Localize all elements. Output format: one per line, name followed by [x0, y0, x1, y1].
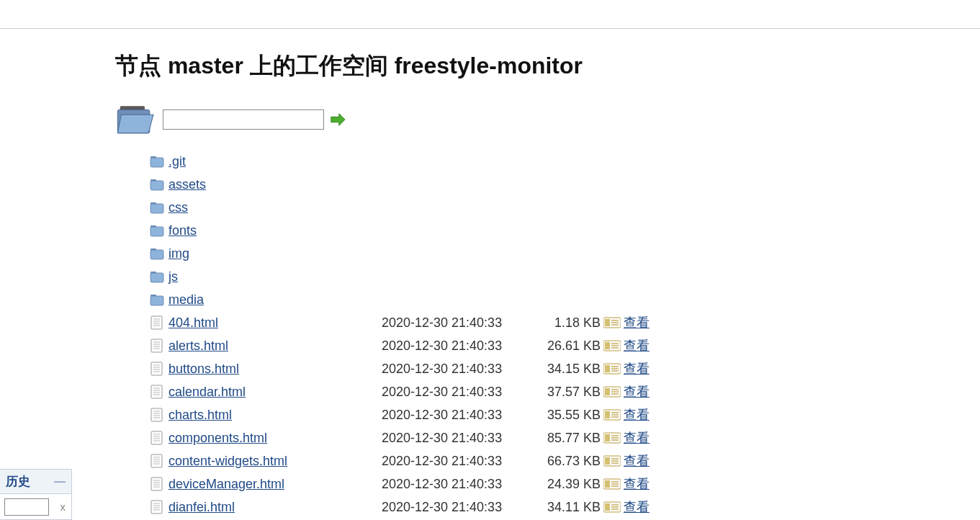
file-icon — [150, 454, 164, 468]
file-link[interactable]: buttons.html — [168, 362, 239, 376]
view-link[interactable]: 查看 — [624, 429, 649, 447]
view-link[interactable]: 查看 — [624, 337, 649, 354]
file-size: 34.11 KB — [526, 500, 602, 515]
folder-link[interactable]: js — [168, 269, 178, 284]
build-history-link[interactable]: 历史 — [6, 473, 30, 490]
file-row: buttons.html2020-12-30 21:40:3334.15 KB查… — [150, 357, 980, 380]
file-row: deviceManager.html2020-12-30 21:40:3324.… — [150, 472, 980, 496]
folder-icon — [150, 246, 164, 261]
file-size: 1.18 KB — [526, 315, 602, 331]
folder-icon — [150, 177, 164, 192]
folder-icon — [150, 154, 164, 169]
build-history-widget: 历史 — x — [0, 469, 72, 520]
page-title: 节点 master 上的工作空间 freestyle-monitor — [115, 50, 980, 82]
file-link[interactable]: 404.html — [168, 315, 218, 330]
view-link[interactable]: 查看 — [624, 406, 649, 423]
build-history-search[interactable] — [4, 498, 49, 516]
main-content: 节点 master 上的工作空间 freestyle-monitor .gita… — [0, 29, 980, 519]
file-icon — [150, 385, 164, 399]
folder-row: css — [150, 196, 980, 219]
folder-link[interactable]: .git — [168, 154, 186, 169]
file-size: 66.73 KB — [526, 454, 602, 469]
build-history-body: x — [0, 494, 72, 520]
file-row: content-widgets.html2020-12-30 21:40:336… — [150, 449, 980, 472]
file-date: 2020-12-30 21:40:33 — [382, 385, 526, 400]
folder-open-icon — [115, 102, 157, 137]
file-date: 2020-12-30 21:40:33 — [382, 362, 526, 377]
file-date: 2020-12-30 21:40:33 — [382, 431, 526, 446]
view-link[interactable]: 查看 — [624, 314, 649, 331]
folder-link[interactable]: fonts — [168, 223, 197, 238]
folder-row: media — [150, 288, 980, 311]
folder-icon — [150, 269, 164, 284]
view-link[interactable]: 查看 — [624, 498, 649, 516]
file-link[interactable]: alerts.html — [168, 339, 228, 353]
file-icon — [150, 362, 164, 376]
file-row: calendar.html2020-12-30 21:40:3337.57 KB… — [150, 380, 980, 403]
file-listing: .gitassetscssfontsimgjsmedia404.html2020… — [150, 150, 980, 519]
folder-row: img — [150, 242, 980, 265]
view-fingerprint-icon — [603, 454, 621, 467]
folder-icon — [150, 223, 164, 238]
file-icon — [150, 315, 164, 330]
view-link[interactable]: 查看 — [624, 452, 649, 470]
file-date: 2020-12-30 21:40:33 — [382, 339, 526, 354]
build-history-header[interactable]: 历史 — — [0, 469, 72, 494]
folder-link[interactable]: media — [168, 292, 204, 307]
file-date: 2020-12-30 21:40:33 — [382, 315, 526, 331]
file-link[interactable]: content-widgets.html — [168, 454, 287, 468]
collapse-icon[interactable]: — — [54, 475, 66, 488]
file-date: 2020-12-30 21:40:33 — [382, 408, 526, 423]
file-size: 26.61 KB — [526, 339, 602, 354]
view-fingerprint-icon — [603, 408, 621, 421]
file-size: 37.57 KB — [526, 385, 602, 400]
folder-link[interactable]: assets — [168, 177, 206, 192]
view-fingerprint-icon — [603, 339, 621, 352]
file-date: 2020-12-30 21:40:33 — [382, 454, 526, 469]
file-link[interactable]: dianfei.html — [168, 500, 235, 514]
file-icon — [150, 500, 164, 514]
view-fingerprint-icon — [603, 431, 621, 444]
view-fingerprint-icon — [603, 316, 621, 329]
file-row: alerts.html2020-12-30 21:40:3326.61 KB查看 — [150, 334, 980, 357]
file-icon — [150, 339, 164, 353]
file-date: 2020-12-30 21:40:33 — [382, 500, 526, 515]
file-row: components.html2020-12-30 21:40:3385.77 … — [150, 426, 980, 449]
folder-link[interactable]: css — [168, 200, 188, 215]
file-row: dianfei.html2020-12-30 21:40:3334.11 KB查… — [150, 496, 980, 519]
view-link[interactable]: 查看 — [624, 360, 649, 377]
file-link[interactable]: components.html — [168, 431, 267, 445]
file-row: 404.html2020-12-30 21:40:331.18 KB查看 — [150, 311, 980, 334]
folder-row: assets — [150, 173, 980, 196]
folder-icon — [150, 292, 164, 307]
top-divider — [0, 0, 980, 29]
file-size: 85.77 KB — [526, 431, 602, 446]
file-size: 24.39 KB — [526, 477, 602, 492]
file-link[interactable]: deviceManager.html — [168, 477, 284, 491]
file-date: 2020-12-30 21:40:33 — [382, 477, 526, 492]
file-size: 34.15 KB — [526, 362, 602, 377]
folder-row: js — [150, 265, 980, 288]
view-fingerprint-icon — [603, 362, 621, 375]
file-icon — [150, 408, 164, 422]
file-icon — [150, 431, 164, 445]
file-link[interactable]: charts.html — [168, 408, 232, 422]
view-link[interactable]: 查看 — [624, 475, 649, 493]
file-link[interactable]: calendar.html — [168, 385, 246, 399]
folder-link[interactable]: img — [168, 246, 189, 261]
path-input[interactable] — [163, 109, 324, 130]
view-fingerprint-icon — [603, 385, 621, 398]
view-link[interactable]: 查看 — [624, 383, 649, 400]
view-fingerprint-icon — [603, 501, 621, 514]
path-navigator — [115, 102, 980, 137]
view-fingerprint-icon — [603, 478, 621, 490]
folder-row: fonts — [150, 219, 980, 242]
clear-icon[interactable]: x — [60, 501, 68, 513]
file-size: 35.55 KB — [526, 408, 602, 423]
folder-icon — [150, 200, 164, 215]
file-row: charts.html2020-12-30 21:40:3335.55 KB查看 — [150, 403, 980, 426]
file-icon — [150, 477, 164, 491]
go-arrow-icon[interactable] — [330, 112, 346, 127]
folder-row: .git — [150, 150, 980, 173]
